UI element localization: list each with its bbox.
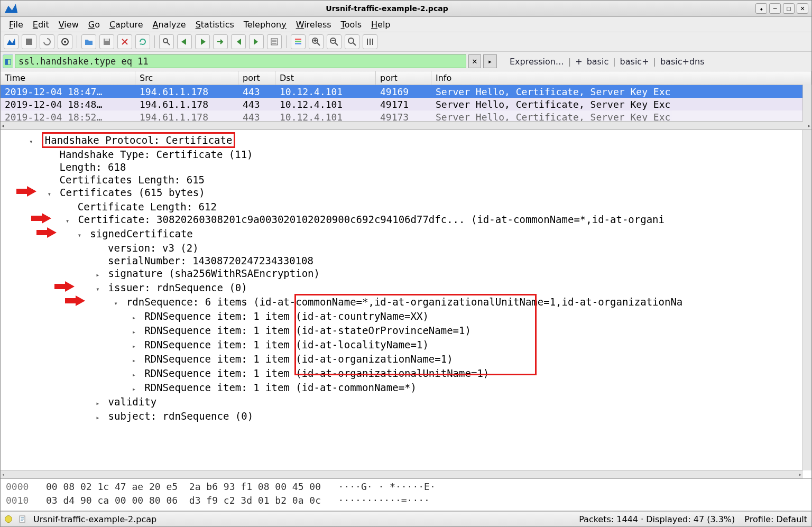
tree-row[interactable]: ▸ RDNSequence item: 1 item (id-at-organi… bbox=[11, 367, 811, 381]
display-filter-input[interactable] bbox=[15, 54, 466, 68]
menu-file[interactable]: File bbox=[5, 19, 27, 31]
menu-capture[interactable]: Capture bbox=[105, 19, 147, 31]
menu-edit[interactable]: Edit bbox=[29, 19, 53, 31]
minimize-button[interactable]: ─ bbox=[769, 3, 781, 14]
menu-analyze[interactable]: Analyze bbox=[149, 19, 190, 31]
col-src[interactable]: Src bbox=[135, 71, 238, 85]
restart-capture-button[interactable] bbox=[40, 34, 54, 49]
tree-row[interactable]: ▾ issuer: rdnSequence (0) bbox=[11, 281, 811, 295]
tree-row[interactable]: ▸ RDNSequence item: 1 item (id-at-countr… bbox=[11, 310, 811, 324]
find-packet-button[interactable] bbox=[159, 34, 174, 49]
close-button[interactable]: ✕ bbox=[797, 3, 808, 14]
filter-basic[interactable]: basic bbox=[587, 57, 609, 67]
auto-scroll-button[interactable] bbox=[267, 34, 282, 49]
col-dport[interactable]: port bbox=[376, 71, 431, 85]
go-forward-button[interactable] bbox=[195, 34, 210, 49]
expression-button[interactable]: Expression… bbox=[510, 57, 564, 67]
filter-basicplus[interactable]: basic+ bbox=[620, 57, 649, 67]
stop-capture-button[interactable] bbox=[22, 34, 36, 49]
tree-row[interactable]: ▸ RDNSequence item: 1 item (id-at-stateO… bbox=[11, 324, 811, 338]
tree-row[interactable]: ▾ Handshake Protocol: Certificate bbox=[11, 132, 811, 148]
colorize-button[interactable] bbox=[291, 34, 306, 49]
tree-row[interactable]: ▾ rdnSequence: 6 items (id-at-commonName… bbox=[11, 295, 811, 310]
close-file-button[interactable] bbox=[117, 34, 132, 49]
reload-button[interactable] bbox=[135, 34, 150, 49]
zoom-in-button[interactable] bbox=[309, 34, 324, 49]
tree-row[interactable]: version: v3 (2) bbox=[11, 242, 811, 254]
col-sport[interactable]: port bbox=[238, 71, 275, 85]
go-back-button[interactable] bbox=[177, 34, 192, 49]
svg-rect-7 bbox=[295, 39, 301, 40]
packet-list-scrollbar-h[interactable]: ◂▸ bbox=[1, 121, 811, 130]
packet-row[interactable]: 2019-12-04 18:48…194.61.1.17844310.12.4.… bbox=[1, 98, 811, 110]
menu-view[interactable]: View bbox=[54, 19, 83, 31]
tree-row[interactable]: Certificates Length: 615 bbox=[11, 173, 811, 186]
col-time[interactable]: Time bbox=[1, 71, 135, 85]
menu-wireless[interactable]: Wireless bbox=[292, 19, 336, 31]
go-first-button[interactable] bbox=[231, 34, 246, 49]
tree-row[interactable]: Length: 618 bbox=[11, 161, 811, 173]
wireshark-window: Ursnif-traffic-example-2.pcap ⬥ ─ ◻ ✕ Fi… bbox=[0, 0, 812, 527]
packet-row[interactable]: 2019-12-04 18:52…194.61.1.17844310.12.4.… bbox=[1, 110, 811, 121]
menu-statistics[interactable]: Statistics bbox=[191, 19, 238, 31]
status-bar: Ursnif-traffic-example-2.pcap Packets: 1… bbox=[1, 511, 811, 526]
title-bar: Ursnif-traffic-example-2.pcap ⬥ ─ ◻ ✕ bbox=[1, 1, 811, 17]
status-file: Ursnif-traffic-example-2.pcap bbox=[33, 514, 156, 524]
col-info[interactable]: Info bbox=[431, 71, 811, 85]
maximize-button[interactable]: ◻ bbox=[783, 3, 795, 14]
tree-row[interactable]: serialNumber: 14308720247234330108 bbox=[11, 254, 811, 267]
notepad-icon[interactable] bbox=[19, 515, 27, 523]
status-profile[interactable]: Profile: Default bbox=[744, 514, 807, 524]
col-dst[interactable]: Dst bbox=[275, 71, 376, 85]
tree-row[interactable]: ▸ subject: rdnSequence (0) bbox=[11, 410, 811, 424]
status-packets: Packets: 1444 · Displayed: 47 (3.3%) bbox=[579, 514, 735, 524]
start-capture-button[interactable] bbox=[4, 34, 19, 49]
hex-pane[interactable]: 0000 00 08 02 1c 47 ae 20 e5 2a b6 93 f1… bbox=[1, 479, 811, 511]
menu-help[interactable]: Help bbox=[367, 19, 394, 31]
tree-row[interactable]: ▸ RDNSequence item: 1 item (id-at-organi… bbox=[11, 353, 811, 367]
filter-clear-button[interactable]: ✕ bbox=[468, 54, 481, 68]
tree-row[interactable]: ▾ Certificate: 30820260308201c9a00302010… bbox=[11, 213, 811, 227]
tree-row[interactable]: Certificate Length: 612 bbox=[11, 200, 811, 213]
menu-go[interactable]: Go bbox=[84, 19, 104, 31]
expert-info-led-icon[interactable] bbox=[5, 515, 12, 523]
go-last-button[interactable] bbox=[249, 34, 264, 49]
resize-columns-button[interactable] bbox=[363, 34, 377, 49]
svg-point-5 bbox=[163, 39, 168, 43]
filter-apply-button[interactable]: ▸ bbox=[483, 54, 497, 68]
tree-row[interactable]: ▸ signature (sha256WithRSAEncryption) bbox=[11, 267, 811, 281]
menu-tools[interactable]: Tools bbox=[337, 19, 366, 31]
svg-point-2 bbox=[64, 41, 66, 43]
menu-bar: File Edit View Go Capture Analyze Statis… bbox=[1, 17, 811, 32]
go-to-packet-button[interactable] bbox=[213, 34, 228, 49]
dropdown-button[interactable]: ⬥ bbox=[755, 3, 767, 14]
svg-point-12 bbox=[348, 38, 354, 43]
svg-rect-8 bbox=[295, 41, 301, 42]
menu-telephony[interactable]: Telephony bbox=[239, 19, 291, 31]
add-filter-button[interactable]: + bbox=[575, 57, 582, 67]
details-scrollbar-v[interactable] bbox=[802, 130, 811, 470]
filter-basicdns[interactable]: basic+dns bbox=[660, 57, 705, 67]
packet-list-scrollbar-v[interactable] bbox=[802, 85, 811, 122]
tree-row[interactable]: ▸ RDNSequence item: 1 item (id-at-common… bbox=[11, 381, 811, 395]
filter-bookmark-icon[interactable]: ◧ bbox=[3, 54, 13, 68]
tree-row[interactable]: ▸ validity bbox=[11, 395, 811, 410]
tree-row[interactable]: ▾ signedCertificate bbox=[11, 227, 811, 242]
packet-details-pane: ▾ Handshake Protocol: Certificate Handsh… bbox=[1, 130, 811, 479]
tree-row[interactable]: Handshake Type: Certificate (11) bbox=[11, 148, 811, 161]
window-buttons: ⬥ ─ ◻ ✕ bbox=[755, 3, 808, 14]
tree-row[interactable]: ▾ Certificates (615 bytes) bbox=[11, 186, 811, 200]
packet-row[interactable]: 2019-12-04 18:47…194.61.1.17844310.12.4.… bbox=[1, 85, 811, 98]
zoom-out-button[interactable] bbox=[327, 34, 342, 49]
packet-list-pane: Time Src port Dst port Info 2019-12-04 1… bbox=[1, 71, 811, 130]
capture-options-button[interactable] bbox=[58, 34, 72, 49]
svg-rect-4 bbox=[105, 39, 109, 41]
toolbar bbox=[1, 32, 811, 52]
zoom-reset-button[interactable] bbox=[345, 34, 359, 49]
tree-row[interactable]: ▸ RDNSequence item: 1 item (id-at-locali… bbox=[11, 338, 811, 353]
open-file-button[interactable] bbox=[81, 34, 96, 49]
packet-list-header: Time Src port Dst port Info bbox=[1, 71, 811, 85]
details-scrollbar-h[interactable]: ◂▸ bbox=[1, 470, 803, 478]
wireshark-icon bbox=[4, 1, 19, 16]
save-file-button[interactable] bbox=[99, 34, 114, 49]
